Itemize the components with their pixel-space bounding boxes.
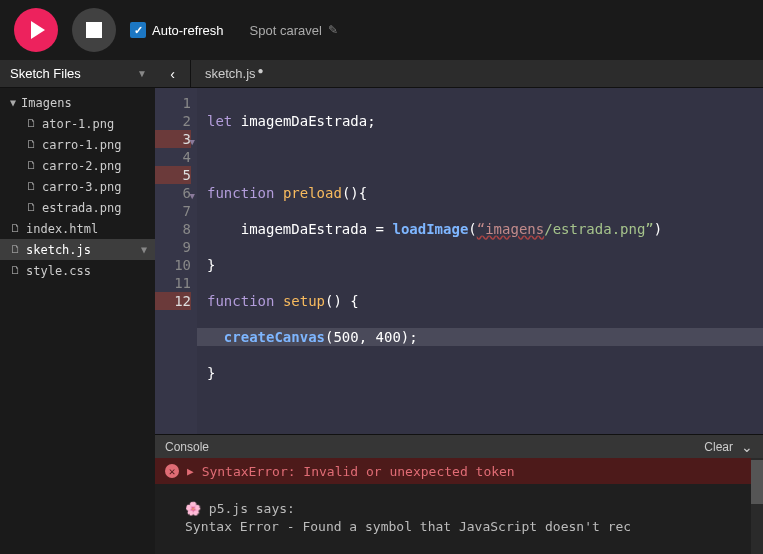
p5-friendly-error: 🌸 p5.js says: Syntax Error - Found a sym… [185, 500, 753, 536]
auto-refresh-checkbox[interactable]: ✓ Auto-refresh [130, 22, 224, 38]
folder-label: Imagens [21, 96, 72, 110]
project-name-edit[interactable]: Spot caravel ✎ [250, 23, 338, 38]
scrollbar-thumb[interactable] [751, 460, 763, 504]
folder-imagens[interactable]: ▼ Imagens [0, 92, 155, 113]
file-icon: 🗋 [26, 201, 37, 214]
file-icon: 🗋 [10, 222, 21, 235]
auto-refresh-label: Auto-refresh [152, 23, 224, 38]
file-sketch-js[interactable]: 🗋sketch.js▼ [0, 239, 155, 260]
chevron-left-icon: ‹ [170, 66, 175, 82]
stop-icon [86, 22, 102, 38]
file-style-css[interactable]: 🗋style.css [0, 260, 155, 281]
file-item[interactable]: 🗋estrada.png [0, 197, 155, 218]
project-name-text: Spot caravel [250, 23, 322, 38]
code-editor[interactable]: 1 2 3▼ 4 5 6▼ 7 8 9 10 11 12 let imagemD… [155, 88, 763, 434]
console-title: Console [165, 440, 209, 454]
file-icon: 🗋 [10, 243, 21, 256]
chevron-down-icon: ▼ [137, 68, 147, 79]
file-tree: ▼ Imagens 🗋ator-1.png 🗋carro-1.png 🗋carr… [0, 88, 155, 285]
console-error-row[interactable]: ✕ ▶ SyntaxError: Invalid or unexpected t… [155, 458, 763, 484]
pencil-icon: ✎ [328, 23, 338, 37]
sidebar-header[interactable]: Sketch Files ▼ [0, 60, 155, 88]
main-area: Sketch Files ▼ ▼ Imagens 🗋ator-1.png 🗋ca… [0, 60, 763, 554]
editor-tabbar: ‹ sketch.js● [155, 60, 763, 88]
expand-icon[interactable]: ▶ [187, 465, 194, 478]
console-header: Console Clear ⌄ [155, 434, 763, 458]
play-button[interactable] [14, 8, 58, 52]
error-message: SyntaxError: Invalid or unexpected token [202, 464, 515, 479]
play-icon [31, 21, 45, 39]
file-icon: 🗋 [10, 264, 21, 277]
file-item[interactable]: 🗋carro-2.png [0, 155, 155, 176]
file-item[interactable]: 🗋carro-3.png [0, 176, 155, 197]
flower-icon: 🌸 [185, 501, 201, 516]
file-item[interactable]: 🗋ator-1.png [0, 113, 155, 134]
folder-expand-icon: ▼ [10, 97, 16, 108]
checkbox-check-icon: ✓ [130, 22, 146, 38]
file-icon: 🗋 [26, 138, 37, 151]
file-index-html[interactable]: 🗋index.html [0, 218, 155, 239]
file-icon: 🗋 [26, 159, 37, 172]
file-item[interactable]: 🗋carro-1.png [0, 134, 155, 155]
console-clear-button[interactable]: Clear [704, 440, 733, 454]
line-gutter: 1 2 3▼ 4 5 6▼ 7 8 9 10 11 12 [155, 88, 197, 434]
top-toolbar: ✓ Auto-refresh Spot caravel ✎ [0, 0, 763, 60]
file-icon: 🗋 [26, 180, 37, 193]
collapse-sidebar-button[interactable]: ‹ [155, 60, 191, 87]
active-file-tab[interactable]: sketch.js● [191, 66, 276, 81]
stop-button[interactable] [72, 8, 116, 52]
error-icon: ✕ [165, 464, 179, 478]
chevron-down-icon[interactable]: ⌄ [741, 439, 753, 455]
file-icon: 🗋 [26, 117, 37, 130]
editor-pane: ‹ sketch.js● 1 2 3▼ 4 5 6▼ 7 8 9 10 11 1… [155, 60, 763, 554]
console-panel: Console Clear ⌄ ✕ ▶ SyntaxError: Invalid… [155, 434, 763, 554]
dirty-dot-icon: ● [258, 65, 264, 76]
sidebar-title: Sketch Files [10, 66, 81, 81]
chevron-down-icon[interactable]: ▼ [141, 244, 147, 255]
console-body[interactable]: ✕ ▶ SyntaxError: Invalid or unexpected t… [155, 458, 763, 554]
console-scrollbar[interactable] [751, 458, 763, 554]
code-content[interactable]: let imagemDaEstrada; function preload(){… [197, 88, 763, 434]
file-sidebar: Sketch Files ▼ ▼ Imagens 🗋ator-1.png 🗋ca… [0, 60, 155, 554]
